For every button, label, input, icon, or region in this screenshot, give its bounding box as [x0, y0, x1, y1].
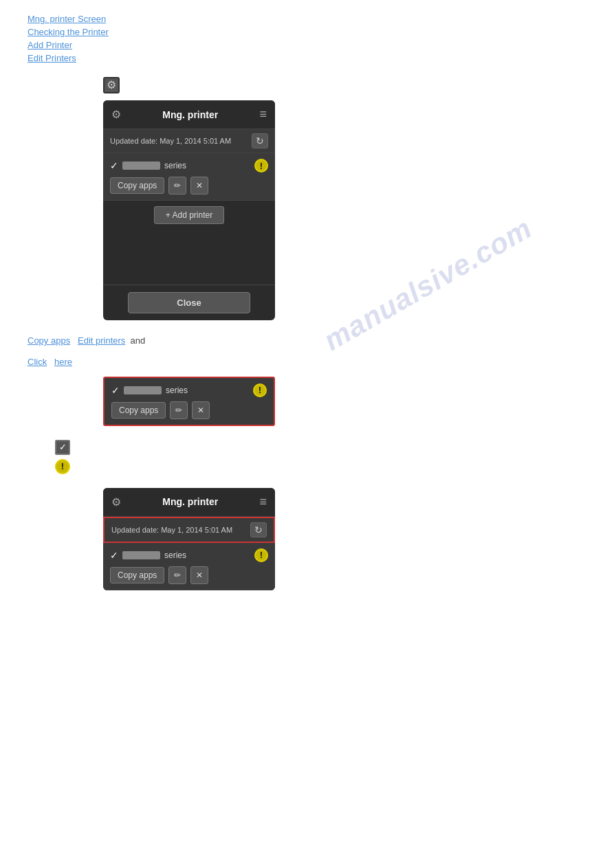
dialog-gear-icon-2[interactable]: ⚙	[111, 496, 121, 509]
status-check-icon: ✓	[55, 440, 70, 455]
dialog-gear-icon-1[interactable]: ⚙	[111, 108, 121, 121]
add-printer-button-1[interactable]: + Add printer	[154, 206, 224, 224]
close-button-1[interactable]: Close	[128, 292, 250, 313]
refresh-button-1[interactable]: ↻	[252, 133, 268, 148]
delete-printer-button-2[interactable]: ✕	[190, 566, 208, 584]
printer-check-icon-1: ✓	[110, 160, 118, 171]
body-text-inline-1: Copy apps Edit printers and	[28, 335, 145, 346]
edit-printer-button-1[interactable]: ✏	[168, 177, 186, 194]
printer-item-left-2: ✓ series	[110, 550, 186, 561]
status-icons-section: ✓ !	[55, 440, 586, 474]
printer-item-row-1: ✓ series !	[110, 159, 268, 173]
zoomed-delete-printer-button[interactable]: ✕	[192, 401, 210, 419]
add-printer-row-1: + Add printer	[103, 201, 275, 230]
dialog-menu-icon-1[interactable]: ≡	[259, 107, 267, 122]
copy-apps-button-1[interactable]: Copy apps	[110, 177, 164, 194]
zoomed-warning-icon: !	[253, 383, 267, 397]
zoomed-printer-item-row: ✓ series !	[111, 383, 267, 397]
zoomed-printer-name-redacted	[124, 386, 162, 394]
dialog-update-bar-1: Updated date: May 1, 2014 5:01 AM ↻	[103, 129, 275, 153]
dialog-header-2: ⚙ Mng. printer ≡	[103, 488, 275, 517]
status-warning-row: !	[55, 459, 586, 474]
dialog-title-1: Mng. printer	[121, 109, 259, 120]
zoomed-edit-printer-button[interactable]: ✏	[170, 401, 188, 419]
here-link[interactable]: here	[54, 357, 72, 367]
dialog-close-bar-1: Close	[103, 285, 275, 320]
printer-check-icon-2: ✓	[110, 550, 118, 561]
printer-warning-icon-2: !	[254, 548, 268, 562]
edit-printers-link[interactable]: Edit printers	[78, 335, 125, 346]
printer-item-row-2: ✓ series !	[110, 548, 268, 562]
copy-apps-link[interactable]: Copy apps	[28, 335, 70, 346]
printer-name-redacted-2	[122, 551, 160, 559]
top-links: Mng. printer Screen Checking the Printer…	[28, 14, 586, 63]
mng-printer-dialog-2: ⚙ Mng. printer ≡ Updated date: May 1, 20…	[103, 488, 275, 590]
printer-item-1: ✓ series ! Copy apps ✏ ✕	[103, 153, 275, 201]
zoomed-copy-apps-button[interactable]: Copy apps	[111, 402, 166, 419]
link-edit-printers[interactable]: Edit Printers	[28, 53, 586, 63]
printer-actions-1: Copy apps ✏ ✕	[110, 177, 268, 194]
printer-actions-2: Copy apps ✏ ✕	[110, 566, 268, 584]
delete-printer-button-1[interactable]: ✕	[190, 177, 208, 194]
status-check-row: ✓	[55, 440, 586, 455]
printer-name-redacted-1	[122, 162, 160, 170]
zoomed-printer-series: series	[166, 386, 188, 395]
printer-item-left-1: ✓ series	[110, 160, 186, 171]
update-date-text-1: Updated date: May 1, 2014 5:01 AM	[110, 137, 231, 145]
refresh-button-2[interactable]: ↻	[250, 522, 267, 537]
dialog-title-2: Mng. printer	[121, 496, 259, 507]
copy-apps-button-2[interactable]: Copy apps	[110, 567, 164, 583]
dialog-header-1: ⚙ Mng. printer ≡	[103, 100, 275, 129]
update-date-text-2: Updated date: May 1, 2014 5:01 AM	[111, 526, 232, 534]
status-warning-icon: !	[55, 459, 70, 474]
zoomed-check-icon: ✓	[111, 385, 120, 396]
settings-icon-area: ⚙	[103, 77, 586, 93]
dialog-menu-icon-2[interactable]: ≡	[259, 495, 267, 509]
printer-item-2: ✓ series ! Copy apps ✏ ✕	[103, 543, 275, 590]
zoomed-printer-item-left: ✓ series	[111, 385, 188, 396]
mng-printer-dialog-1: ⚙ Mng. printer ≡ Updated date: May 1, 20…	[103, 100, 275, 320]
link-mng-printer[interactable]: Mng. printer Screen	[28, 14, 586, 24]
dialog-update-bar-2: Updated date: May 1, 2014 5:01 AM ↻	[103, 517, 275, 543]
body-text-2: Click here	[28, 355, 586, 370]
link-checking-printer[interactable]: Checking the Printer	[28, 27, 586, 37]
body-text-1: Copy apps Edit printers and	[28, 334, 586, 348]
click-link[interactable]: Click	[28, 357, 47, 367]
edit-printer-button-2[interactable]: ✏	[168, 566, 186, 584]
zoomed-printer-actions: Copy apps ✏ ✕	[111, 401, 267, 419]
printer-series-2: series	[164, 550, 186, 560]
link-add-printer[interactable]: Add Printer	[28, 40, 586, 50]
printer-series-1: series	[164, 161, 186, 170]
zoomed-printer-row: ✓ series ! Copy apps ✏ ✕	[103, 377, 275, 426]
settings-gear-icon[interactable]: ⚙	[103, 77, 120, 93]
printer-warning-icon-1: !	[254, 159, 268, 173]
